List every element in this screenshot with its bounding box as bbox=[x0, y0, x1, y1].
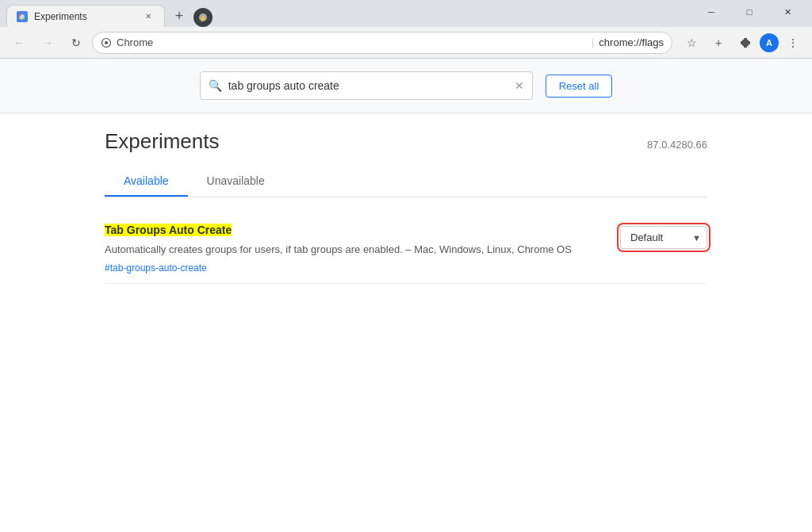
extensions-puzzle-button[interactable] bbox=[733, 30, 758, 55]
address-favicon bbox=[101, 37, 112, 48]
experiment-description: Automatically creates groups for users, … bbox=[105, 242, 580, 258]
back-button[interactable]: ← bbox=[6, 30, 32, 55]
bookmark-star-button[interactable]: ☆ bbox=[679, 30, 704, 55]
add-to-chrome-button[interactable]: + bbox=[706, 30, 731, 55]
maximize-button[interactable]: □ bbox=[731, 0, 768, 24]
window-controls: ─ □ ✕ bbox=[693, 0, 806, 27]
search-input[interactable] bbox=[228, 79, 508, 92]
search-clear-button[interactable]: ✕ bbox=[515, 79, 524, 92]
experiment-info: Tab Groups Auto Create Automatically cre… bbox=[105, 223, 580, 274]
content-area: 🔍 ✕ Reset all Experiments 87.0.4280.66 A… bbox=[0, 59, 812, 532]
page-tabs: Available Unavailable bbox=[105, 166, 707, 197]
tab-available[interactable]: Available bbox=[105, 166, 188, 197]
search-area: 🔍 ✕ Reset all bbox=[0, 59, 812, 113]
address-separator: | bbox=[592, 36, 594, 48]
new-tab-button[interactable]: + bbox=[168, 5, 190, 27]
tab-title: Experiments bbox=[34, 11, 136, 22]
title-bar: Experiments ✕ + ⚡ ─ □ ✕ bbox=[0, 0, 812, 27]
experiment-name: Tab Groups Auto Create bbox=[105, 224, 232, 236]
navigation-bar: ← → ↻ Chrome | chrome://flags ☆ + A ⋮ bbox=[0, 27, 812, 59]
reload-button[interactable]: ↻ bbox=[63, 30, 89, 55]
address-brand: Chrome bbox=[117, 36, 587, 48]
reset-all-button[interactable]: Reset all bbox=[546, 75, 613, 98]
experiment-control: Default Enabled Disabled ▼ bbox=[620, 226, 707, 249]
svg-text:⚡: ⚡ bbox=[199, 14, 207, 22]
minimize-button[interactable]: ─ bbox=[693, 0, 730, 24]
active-tab[interactable]: Experiments ✕ bbox=[6, 5, 165, 27]
menu-button[interactable]: ⋮ bbox=[780, 30, 806, 55]
extensions-button[interactable]: ⚡ bbox=[193, 8, 213, 27]
tab-strip: Experiments ✕ + ⚡ bbox=[6, 5, 693, 27]
close-button[interactable]: ✕ bbox=[769, 0, 806, 24]
experiment-dropdown[interactable]: Default Enabled Disabled bbox=[620, 226, 707, 249]
page-title: Experiments bbox=[105, 129, 220, 154]
version-label: 87.0.4280.66 bbox=[647, 139, 707, 151]
experiments-content: Experiments 87.0.4280.66 Available Unava… bbox=[105, 113, 707, 300]
search-icon: 🔍 bbox=[209, 79, 222, 92]
tab-close-button[interactable]: ✕ bbox=[142, 10, 155, 23]
svg-point-4 bbox=[105, 41, 108, 44]
nav-right-buttons: ☆ + A ⋮ bbox=[679, 30, 806, 55]
experiment-entry: Tab Groups Auto Create Automatically cre… bbox=[105, 213, 707, 284]
browser-window: Experiments ✕ + ⚡ ─ □ ✕ ← → ↻ bbox=[0, 0, 812, 532]
search-box[interactable]: 🔍 ✕ bbox=[200, 71, 533, 100]
experiments-title-row: Experiments 87.0.4280.66 bbox=[105, 129, 707, 154]
address-url: chrome://flags bbox=[599, 36, 664, 48]
address-bar[interactable]: Chrome | chrome://flags bbox=[92, 32, 672, 54]
dropdown-wrapper: Default Enabled Disabled ▼ bbox=[620, 226, 707, 249]
user-avatar[interactable]: A bbox=[760, 33, 779, 52]
experiment-link[interactable]: #tab-groups-auto-create bbox=[105, 262, 580, 274]
forward-button[interactable]: → bbox=[35, 30, 60, 55]
tab-favicon bbox=[17, 11, 28, 22]
tab-unavailable[interactable]: Unavailable bbox=[188, 166, 284, 197]
